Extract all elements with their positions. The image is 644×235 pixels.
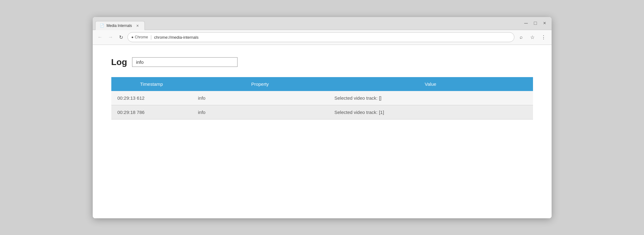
tab-close-button[interactable]: × xyxy=(135,23,140,28)
maximize-button[interactable]: □ xyxy=(531,19,540,28)
secure-icon: ● xyxy=(131,35,134,39)
cell-property: info xyxy=(192,91,328,105)
data-table: Timestamp Property Value 00:29:13 612inf… xyxy=(111,77,533,120)
address-bar: ← → ↻ ● Chrome | ⌕ ☆ ⋮ xyxy=(93,30,552,45)
log-section: Log xyxy=(111,57,533,67)
reload-button[interactable]: ↻ xyxy=(117,33,126,41)
secure-indicator: ● Chrome xyxy=(131,35,148,39)
tab-page-icon: 📄 xyxy=(100,24,104,28)
close-button[interactable]: × xyxy=(540,19,549,28)
tab-area: 📄 Media Internals × xyxy=(93,17,519,30)
search-zoom-button[interactable]: ⌕ xyxy=(516,32,526,42)
bookmark-button[interactable]: ☆ xyxy=(527,32,537,42)
new-tab-placeholder xyxy=(146,20,157,30)
tab-title: Media Internals xyxy=(107,24,133,28)
address-input[interactable] xyxy=(154,35,510,40)
toolbar-right: ⌕ ☆ ⋮ xyxy=(516,32,549,42)
address-divider: | xyxy=(150,35,152,40)
table-row: 00:29:13 612infoSelected video track: [] xyxy=(111,91,533,105)
window-controls: ─ □ × xyxy=(519,17,552,30)
cell-value: Selected video track: [1] xyxy=(328,105,533,119)
title-bar: 📄 Media Internals × ─ □ × xyxy=(93,17,552,30)
col-header-timestamp: Timestamp xyxy=(111,77,192,91)
cell-timestamp: 00:29:18 786 xyxy=(111,105,192,119)
secure-label: Chrome xyxy=(135,35,148,39)
log-input[interactable] xyxy=(132,57,238,67)
log-label: Log xyxy=(111,57,127,67)
table-header-row: Timestamp Property Value xyxy=(111,77,533,91)
col-header-property: Property xyxy=(192,77,328,91)
page-content: Log Timestamp Property Value 00:29:13 61… xyxy=(93,45,552,218)
back-button[interactable]: ← xyxy=(96,33,104,41)
browser-window: 📄 Media Internals × ─ □ × ← → ↻ ● Chrome… xyxy=(93,17,552,218)
forward-button[interactable]: → xyxy=(106,33,115,41)
cell-value: Selected video track: [] xyxy=(328,91,533,105)
col-header-value: Value xyxy=(328,77,533,91)
address-input-wrap: ● Chrome | xyxy=(127,32,514,42)
cell-timestamp: 00:29:13 612 xyxy=(111,91,192,105)
cell-property: info xyxy=(192,105,328,119)
menu-button[interactable]: ⋮ xyxy=(539,32,549,42)
table-row: 00:29:18 786infoSelected video track: [1… xyxy=(111,105,533,119)
minimize-button[interactable]: ─ xyxy=(522,19,531,28)
browser-tab[interactable]: 📄 Media Internals × xyxy=(95,21,145,30)
